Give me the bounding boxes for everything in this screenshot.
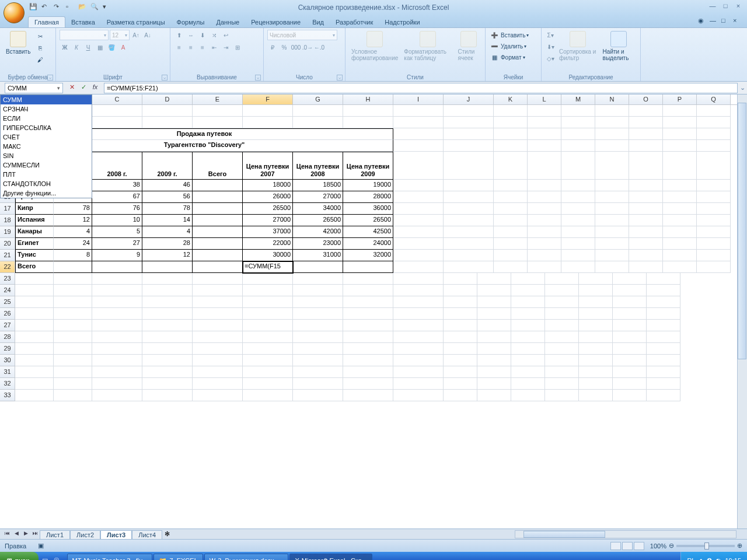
format-painter-icon[interactable]: 🖌 — [35, 54, 46, 65]
cell[interactable] — [444, 273, 477, 285]
cell[interactable] — [595, 128, 629, 140]
zoom-slider[interactable] — [676, 545, 735, 547]
row-header[interactable]: 33 — [0, 390, 15, 401]
macro-record-icon[interactable]: ▣ — [38, 542, 44, 550]
cell[interactable] — [595, 152, 629, 180]
fx-button[interactable]: fx — [90, 83, 100, 93]
cell[interactable] — [663, 261, 697, 273]
cell[interactable]: 4 — [142, 226, 193, 238]
cell[interactable]: Тунис — [15, 250, 54, 261]
merge-icon[interactable]: ⊞ — [232, 42, 243, 52]
cell[interactable] — [444, 117, 494, 128]
font-family-combo[interactable]: ▾ — [60, 30, 109, 40]
cell[interactable] — [697, 226, 731, 238]
row-header[interactable]: 23 — [0, 273, 15, 285]
cell[interactable] — [595, 238, 629, 250]
worksheet-grid[interactable]: C D E F G H I J K L M N O P Q 101112Прод… — [0, 94, 747, 528]
thousands-icon[interactable]: 000 — [291, 42, 301, 52]
row-header[interactable]: 20 — [0, 238, 15, 250]
cell[interactable] — [15, 296, 54, 308]
cell[interactable] — [613, 320, 647, 331]
cell[interactable] — [243, 343, 293, 355]
cell[interactable] — [293, 320, 343, 331]
cell[interactable] — [142, 117, 193, 128]
cell[interactable] — [142, 320, 193, 331]
hscroll-thumb[interactable] — [523, 531, 605, 538]
cell[interactable] — [293, 355, 343, 366]
cell[interactable] — [511, 285, 545, 296]
cell[interactable] — [663, 117, 697, 128]
cell[interactable] — [579, 273, 613, 285]
cell[interactable] — [511, 320, 545, 331]
zoom-in-icon[interactable]: ⊕ — [737, 542, 742, 550]
cell[interactable] — [54, 355, 92, 366]
col-header-c[interactable]: C — [92, 94, 142, 104]
cell[interactable] — [393, 273, 444, 285]
cell[interactable] — [343, 296, 393, 308]
col-header-j[interactable]: J — [444, 94, 494, 104]
cell[interactable] — [494, 215, 528, 226]
col-header-k[interactable]: K — [494, 94, 528, 104]
function-item[interactable]: ПЛТ — [1, 170, 92, 179]
cell[interactable] — [393, 215, 444, 226]
print-preview-icon[interactable]: 🔍 — [90, 3, 100, 12]
cell[interactable] — [629, 203, 663, 215]
cell[interactable] — [243, 331, 293, 343]
formula-bar-expand-icon[interactable]: ⌄ — [738, 84, 747, 92]
cell[interactable] — [561, 203, 595, 215]
open-icon[interactable]: 📂 — [78, 3, 88, 12]
cell[interactable] — [54, 273, 92, 285]
cell[interactable] — [595, 203, 629, 215]
cell[interactable] — [142, 285, 193, 296]
cell[interactable] — [444, 191, 494, 203]
cell[interactable] — [193, 355, 243, 366]
cell[interactable] — [54, 343, 92, 355]
sheet-tab[interactable]: Лист3 — [100, 530, 132, 539]
cell[interactable] — [545, 331, 579, 343]
cell[interactable] — [293, 331, 343, 343]
cell[interactable]: 32000 — [343, 250, 393, 261]
increase-font-icon[interactable]: A↑ — [131, 30, 141, 40]
cell[interactable] — [92, 117, 142, 128]
row-header[interactable]: 22 — [0, 261, 15, 273]
zoom-thumb[interactable] — [704, 542, 709, 550]
cell[interactable]: 18500 — [293, 180, 343, 191]
row-header[interactable]: 29 — [0, 343, 15, 355]
cell[interactable] — [393, 331, 444, 343]
cell[interactable] — [528, 140, 561, 152]
cell[interactable] — [511, 378, 545, 390]
sheet-tab[interactable]: Лист1 — [40, 530, 70, 539]
cell[interactable] — [142, 308, 193, 320]
cell[interactable] — [293, 390, 343, 401]
cell[interactable] — [343, 378, 393, 390]
cell[interactable]: Цена путевки 2009 — [343, 152, 393, 180]
align-center-icon[interactable]: ≡ — [186, 42, 196, 52]
number-format-combo[interactable]: Числовой▾ — [267, 30, 337, 40]
cell[interactable] — [494, 226, 528, 238]
cell[interactable] — [579, 390, 613, 401]
cell[interactable] — [561, 250, 595, 261]
clipboard-dialog-icon[interactable]: ⌵ — [47, 75, 53, 80]
cell[interactable] — [444, 203, 494, 215]
cell[interactable] — [511, 296, 545, 308]
cell[interactable] — [243, 320, 293, 331]
cell[interactable] — [15, 355, 54, 366]
cell[interactable] — [595, 191, 629, 203]
cell[interactable] — [193, 203, 243, 215]
cell[interactable] — [663, 226, 697, 238]
cell[interactable] — [393, 261, 444, 273]
cell[interactable] — [444, 105, 494, 117]
font-color-icon[interactable]: A — [118, 42, 128, 52]
cell[interactable] — [595, 180, 629, 191]
cell[interactable] — [663, 238, 697, 250]
cell[interactable]: 19000 — [343, 180, 393, 191]
cell[interactable] — [92, 355, 142, 366]
cell[interactable] — [444, 261, 494, 273]
row-header[interactable]: 24 — [0, 285, 15, 296]
sort-filter-button[interactable]: Сортировка и фильтр — [557, 30, 599, 62]
zoom-level[interactable]: 100% — [650, 542, 666, 550]
ribbon-restore-button[interactable]: □ — [721, 17, 729, 25]
office-button[interactable] — [4, 2, 25, 23]
cell[interactable] — [663, 105, 697, 117]
cell[interactable] — [193, 296, 243, 308]
